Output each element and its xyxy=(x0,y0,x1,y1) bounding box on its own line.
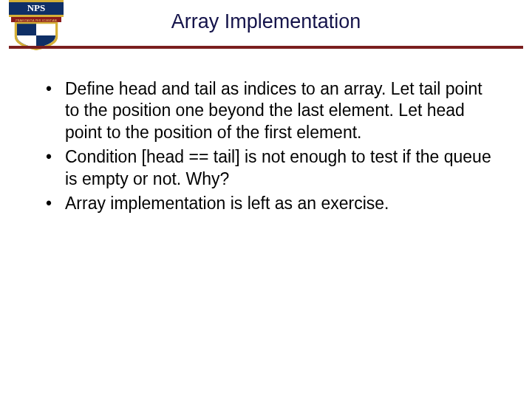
slide: NPS PRAESTANTIA PER SCIENTIAM Array Impl… xyxy=(0,0,532,399)
bullet-item: Array implementation is left as an exerc… xyxy=(43,193,495,214)
bullet-item: Condition [head == tail] is not enough t… xyxy=(43,146,495,190)
bullet-item: Define head and tail as indices to an ar… xyxy=(43,78,495,143)
slide-body: Define head and tail as indices to an ar… xyxy=(43,78,495,218)
slide-title: Array Implementation xyxy=(0,10,532,33)
title-underline xyxy=(9,46,523,49)
